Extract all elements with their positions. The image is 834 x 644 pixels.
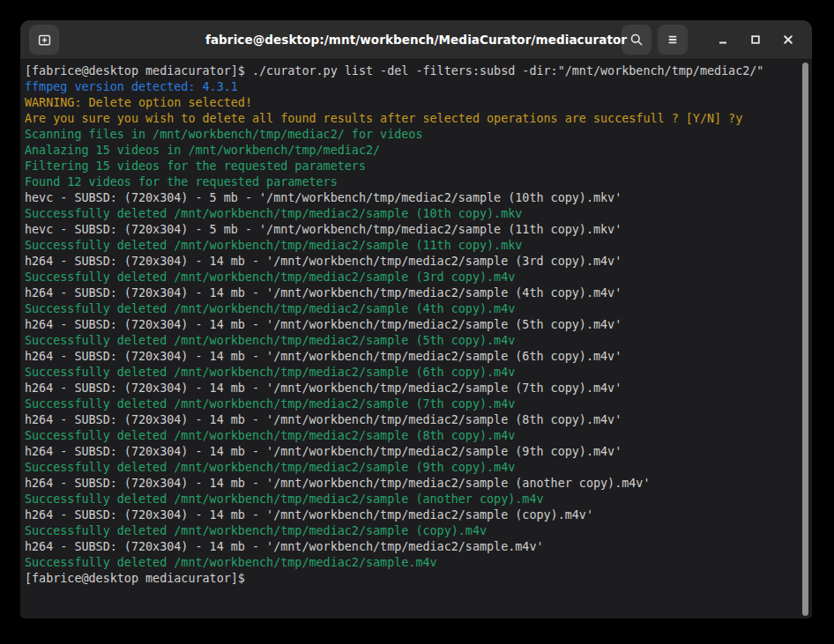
terminal-line: hevc - SUBSD: (720x304) - 5 mb - '/mnt/w… — [25, 222, 798, 238]
window-title: fabrice@desktop:/mnt/workbench/MediaCura… — [205, 33, 627, 47]
titlebar[interactable]: fabrice@desktop:/mnt/workbench/MediaCura… — [20, 20, 812, 60]
terminal-line: Successfully deleted /mnt/workbench/tmp/… — [25, 460, 798, 476]
terminal-line: Analazing 15 videos in /mnt/workbench/tm… — [25, 143, 798, 159]
terminal-line: Successfully deleted /mnt/workbench/tmp/… — [25, 206, 798, 222]
terminal-line: Successfully deleted /mnt/workbench/tmp/… — [25, 301, 798, 317]
terminal-line: h264 - SUBSD: (720x304) - 14 mb - '/mnt/… — [25, 444, 798, 460]
terminal-line: [fabrice@desktop mediacurator]$ ./curato… — [25, 63, 798, 79]
terminal-window: fabrice@desktop:/mnt/workbench/MediaCura… — [20, 20, 812, 618]
terminal-line: Are you sure you wish to delete all foun… — [25, 111, 798, 127]
scrollbar[interactable] — [800, 62, 810, 617]
maximize-button[interactable] — [742, 26, 769, 53]
terminal-line: Successfully deleted /mnt/workbench/tmp/… — [25, 428, 798, 444]
terminal-line: [fabrice@desktop mediacurator]$ — [25, 571, 798, 587]
terminal-line: Found 12 videos for the requested parame… — [25, 174, 798, 190]
close-button[interactable] — [775, 26, 801, 53]
close-icon — [781, 33, 795, 47]
terminal-line: h264 - SUBSD: (720x304) - 14 mb - '/mnt/… — [25, 381, 798, 396]
terminal-line: WARNING: Delete option selected! — [25, 95, 798, 111]
terminal-line: h264 - SUBSD: (720x304) - 14 mb - '/mnt/… — [25, 507, 798, 523]
terminal-line: Successfully deleted /mnt/workbench/tmp/… — [25, 555, 798, 571]
maximize-icon — [748, 33, 763, 47]
terminal-line: Successfully deleted /mnt/workbench/tmp/… — [25, 523, 798, 539]
new-tab-button[interactable] — [29, 25, 59, 55]
scrollbar-thumb[interactable] — [802, 63, 808, 616]
terminal-line: Successfully deleted /mnt/workbench/tmp/… — [25, 238, 798, 254]
terminal-line: ffmpeg version detected: 4.3.1 — [25, 79, 798, 95]
search-icon — [629, 33, 644, 47]
terminal-line: h264 - SUBSD: (720x304) - 14 mb - '/mnt/… — [25, 285, 798, 301]
menu-button[interactable] — [658, 25, 688, 55]
terminal-line: Successfully deleted /mnt/workbench/tmp/… — [25, 492, 798, 507]
terminal-line: h264 - SUBSD: (720x304) - 14 mb - '/mnt/… — [25, 317, 798, 333]
terminal-output[interactable]: [fabrice@desktop mediacurator]$ ./curato… — [20, 60, 812, 618]
new-tab-icon — [37, 33, 52, 48]
terminal-line: Filtering 15 videos for the requested pa… — [25, 159, 798, 174]
minimize-icon — [716, 33, 730, 47]
terminal-line: Successfully deleted /mnt/workbench/tmp/… — [25, 333, 798, 349]
terminal-line: Successfully deleted /mnt/workbench/tmp/… — [25, 270, 798, 285]
minimize-button[interactable] — [710, 26, 736, 53]
terminal-line: h264 - SUBSD: (720x304) - 14 mb - '/mnt/… — [25, 539, 798, 555]
menu-icon — [666, 33, 680, 47]
terminal-line: h264 - SUBSD: (720x304) - 14 mb - '/mnt/… — [25, 412, 798, 428]
terminal-line: h264 - SUBSD: (720x304) - 14 mb - '/mnt/… — [25, 349, 798, 365]
terminal-line: h264 - SUBSD: (720x304) - 14 mb - '/mnt/… — [25, 254, 798, 270]
terminal-line: hevc - SUBSD: (720x304) - 5 mb - '/mnt/w… — [25, 190, 798, 206]
terminal-line: Successfully deleted /mnt/workbench/tmp/… — [25, 396, 798, 412]
terminal-line: Scanning files in /mnt/workbench/tmp/med… — [25, 127, 798, 143]
terminal-line: Successfully deleted /mnt/workbench/tmp/… — [25, 365, 798, 381]
terminal-line: h264 - SUBSD: (720x304) - 14 mb - '/mnt/… — [25, 476, 798, 492]
